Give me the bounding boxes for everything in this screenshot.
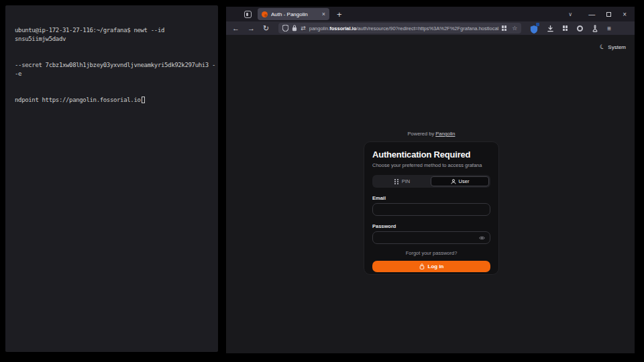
- close-tab-icon[interactable]: ×: [322, 11, 325, 17]
- theme-toggle-label: System: [608, 44, 626, 50]
- browser-window: Auth - Pangolin × + ∨ — × ← → ↻ ⇄ pangol…: [226, 7, 635, 353]
- menu-icon[interactable]: ≡: [607, 25, 611, 32]
- reload-button[interactable]: ↻: [263, 25, 269, 32]
- login-button[interactable]: Log in: [372, 261, 490, 272]
- terminal-cursor: [142, 97, 145, 103]
- forward-button[interactable]: →: [248, 25, 255, 32]
- terminal-line: ndpoint https://pangolin.fossorial.io: [15, 96, 217, 105]
- back-button[interactable]: ←: [232, 25, 239, 32]
- minimize-button[interactable]: —: [588, 11, 595, 18]
- password-label: Password: [372, 223, 490, 229]
- tab-pin[interactable]: PIN: [374, 176, 431, 186]
- user-icon: [451, 179, 456, 184]
- auth-card: Authentication Required Choose your pref…: [364, 141, 499, 275]
- maximize-button[interactable]: [606, 12, 611, 17]
- password-field[interactable]: [372, 231, 490, 244]
- shortcuts-grid-icon[interactable]: [502, 25, 507, 31]
- card-subtitle: Choose your preferred method to access g…: [372, 162, 490, 168]
- url-text: pangolin.fossorial.io/auth/resource/90?r…: [309, 25, 499, 32]
- firefox-view-icon[interactable]: [244, 11, 252, 18]
- ublock-origin-icon[interactable]: [530, 24, 538, 32]
- tab-title: Auth - Pangolin: [271, 11, 322, 17]
- ublock-badge: [536, 23, 539, 26]
- privacy-ring-icon[interactable]: [577, 25, 583, 32]
- flask-icon[interactable]: [592, 25, 598, 32]
- login-lock-icon: [419, 263, 425, 269]
- tracking-shield-icon[interactable]: [282, 25, 288, 32]
- auth-method-tabs: PIN User: [372, 175, 490, 188]
- browser-tab-auth-pangolin[interactable]: Auth - Pangolin ×: [258, 8, 329, 20]
- window-controls: — ×: [588, 11, 627, 18]
- browser-tab-bar: Auth - Pangolin × + ∨ — ×: [226, 7, 635, 21]
- url-bar[interactable]: ⇄ pangolin.fossorial.io/auth/resource/90…: [278, 23, 521, 34]
- list-all-tabs-icon[interactable]: ∨: [568, 11, 572, 17]
- pangolin-link[interactable]: Pangolin: [435, 131, 455, 137]
- browser-toolbar: ← → ↻ ⇄ pangolin.fossorial.io/auth/resou…: [226, 21, 635, 35]
- email-label: Email: [372, 195, 490, 201]
- terminal-window[interactable]: ubuntu@ip-172-31-27-116:~/grafana$ newt …: [5, 5, 218, 352]
- bookmark-star-icon[interactable]: ☆: [512, 25, 517, 32]
- page-content: ☾ System Powered by Pangolin Authenticat…: [226, 35, 635, 353]
- pin-keypad-icon: [394, 179, 399, 184]
- terminal-line: ubuntu@ip-172-31-27-116:~/grafana$ newt …: [15, 26, 217, 44]
- pangolin-favicon-icon: [262, 11, 268, 17]
- forgot-password-link[interactable]: Forgot your password?: [372, 250, 490, 256]
- extensions-icon[interactable]: [563, 25, 568, 31]
- show-password-eye-icon[interactable]: [479, 235, 485, 241]
- lock-icon[interactable]: [292, 25, 297, 32]
- tab-user[interactable]: User: [431, 176, 489, 186]
- moon-icon: ☾: [599, 43, 606, 51]
- terminal-output: ubuntu@ip-172-31-27-116:~/grafana$ newt …: [5, 5, 218, 122]
- new-tab-button[interactable]: +: [337, 10, 342, 19]
- card-title: Authentication Required: [372, 149, 490, 160]
- swap-arrows-icon[interactable]: ⇄: [301, 25, 306, 32]
- toolbar-extension-icons: ≡: [530, 24, 611, 32]
- powered-by: Powered by Pangolin: [364, 131, 499, 137]
- email-field[interactable]: [372, 203, 490, 216]
- close-window-button[interactable]: ×: [623, 11, 627, 18]
- terminal-line: --secret 7cbz1xw08lh1jbzey03yxvndljvneam…: [15, 61, 217, 78]
- theme-toggle[interactable]: ☾ System: [600, 44, 626, 50]
- downloads-icon[interactable]: [547, 25, 554, 32]
